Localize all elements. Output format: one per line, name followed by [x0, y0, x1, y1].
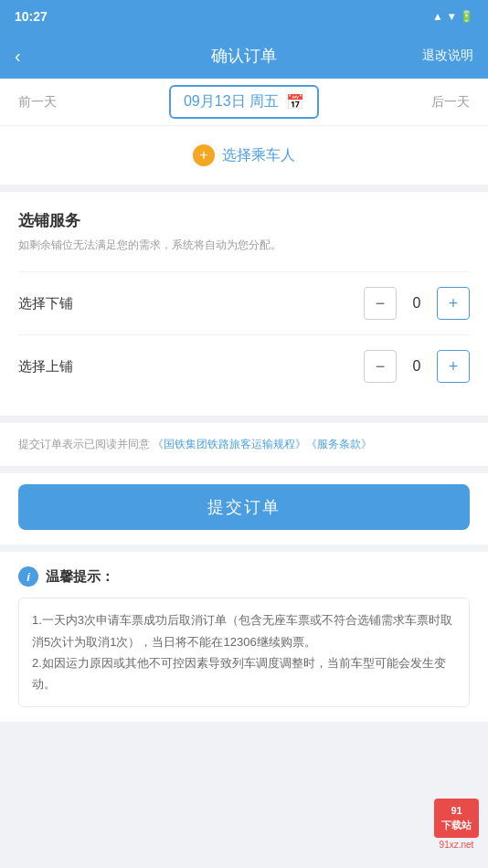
lower-berth-minus-button[interactable]: −: [364, 287, 397, 320]
passenger-card: + 选择乘车人: [0, 126, 488, 185]
date-selector[interactable]: 09月13日 周五 📅: [169, 85, 319, 119]
upper-berth-row: 选择上铺 − 0 +: [18, 334, 470, 397]
agreement-section: 提交订单表示已阅读并同意 《国铁集团铁路旅客运输规程》《服务条款》: [0, 423, 488, 466]
add-icon: +: [193, 144, 215, 166]
page-title: 确认订单: [211, 45, 277, 67]
date-navigation: 前一天 09月13日 周五 📅 后一天: [0, 79, 488, 126]
add-passenger-label: 选择乘车人: [222, 146, 295, 165]
watermark-logo: 91下载站: [434, 799, 479, 838]
berth-section-title: 选铺服务: [18, 210, 470, 231]
lower-berth-plus-button[interactable]: +: [437, 287, 470, 320]
wifi-icon: ▾: [449, 10, 454, 23]
upper-berth-minus-button[interactable]: −: [364, 350, 397, 383]
add-passenger-button[interactable]: + 选择乘车人: [193, 144, 295, 166]
notice-title-row: i 温馨提示：: [18, 566, 470, 587]
berth-section-description: 如剩余铺位无法满足您的需求，系统将自动为您分配。: [18, 237, 470, 253]
top-nav: ‹ 确认订单 退改说明: [0, 33, 488, 79]
upper-berth-controls: − 0 +: [364, 350, 470, 383]
notice-section: i 温馨提示： 1.一天内3次申请车票成功后取消订单（包含无座车票或不符合选铺需…: [0, 552, 488, 722]
battery-icon: 🔋: [460, 10, 473, 23]
agreement-text: 提交订单表示已阅读并同意 《国铁集团铁路旅客运输规程》《服务条款》: [18, 436, 470, 453]
watermark: 91下载站 91xz.net: [434, 799, 479, 850]
upper-berth-plus-button[interactable]: +: [437, 350, 470, 383]
notice-title: 温馨提示：: [46, 568, 114, 586]
berth-section: 选铺服务 如剩余铺位无法满足您的需求，系统将自动为您分配。 选择下铺 − 0 +…: [0, 192, 488, 416]
upper-berth-label: 选择上铺: [18, 358, 73, 376]
status-icons: ▲ ▾ 🔋: [432, 10, 473, 23]
submit-section: 提交订单: [0, 473, 488, 545]
refund-explain-button[interactable]: 退改说明: [422, 48, 473, 64]
lower-berth-label: 选择下铺: [18, 295, 73, 312]
notice-icon: i: [18, 566, 38, 587]
status-time: 10:27: [15, 9, 48, 24]
status-bar: 10:27 ▲ ▾ 🔋: [0, 0, 488, 33]
service-terms-link[interactable]: 《服务条款》: [306, 438, 372, 450]
transport-rules-link[interactable]: 《国铁集团铁路旅客运输规程》: [153, 438, 306, 450]
next-day-button[interactable]: 后一天: [431, 94, 470, 111]
agreement-prefix: 提交订单表示已阅读并同意: [18, 438, 153, 450]
calendar-icon: 📅: [286, 93, 304, 111]
watermark-url: 91xz.net: [434, 840, 479, 850]
prev-day-button[interactable]: 前一天: [18, 94, 57, 111]
lower-berth-controls: − 0 +: [364, 287, 470, 320]
lower-berth-count: 0: [397, 295, 437, 312]
signal-icon: ▲: [432, 10, 443, 23]
lower-berth-row: 选择下铺 − 0 +: [18, 271, 470, 334]
current-date: 09月13日 周五: [184, 92, 279, 111]
submit-order-button[interactable]: 提交订单: [18, 484, 470, 530]
back-button[interactable]: ‹: [15, 46, 21, 67]
notice-content: 1.一天内3次申请车票成功后取消订单（包含无座车票或不符合选铺需求车票时取消5次…: [18, 598, 470, 707]
upper-berth-count: 0: [397, 358, 437, 375]
